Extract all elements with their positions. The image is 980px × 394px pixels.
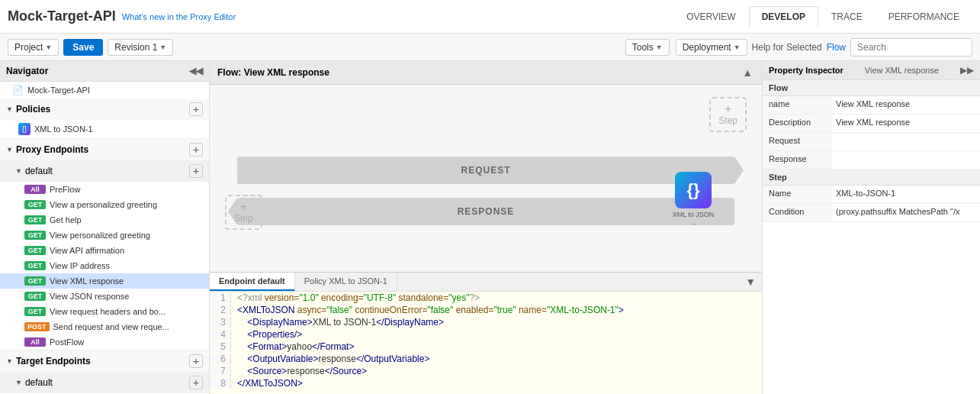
flow-up-btn[interactable]: ▲: [741, 65, 754, 80]
nav-item-affirmation[interactable]: GET View API affirmation: [0, 243, 209, 258]
request-arrow: REQUEST: [237, 157, 734, 184]
deployment-dropdown[interactable]: Deployment ▼: [676, 39, 747, 56]
line-num-8: 8: [210, 378, 231, 389]
target-default-label: default: [25, 377, 53, 388]
save-button[interactable]: Save: [63, 39, 103, 56]
navigator-collapse-btn[interactable]: ◀◀: [189, 66, 203, 76]
toolbar: Project ▼ Save Revision 1 ▼ Tools ▼ Depl…: [0, 34, 980, 61]
prop-val-step-name[interactable]: XML-to-JSON-1: [831, 186, 980, 203]
nav-tabs: OVERVIEW DEVELOP TRACE PERFORMANCE: [673, 6, 972, 27]
response-flow-row: RESPONSE: [237, 198, 734, 225]
target-endpoints-section: ▼ Target Endpoints + ▼ default + All Pre…: [0, 350, 209, 394]
add-proxy-endpoint-button[interactable]: +: [189, 143, 203, 157]
code-line-7: 7 <Source>response</Source>: [210, 365, 762, 377]
proxy-endpoints-header[interactable]: ▼ Proxy Endpoints +: [0, 139, 209, 160]
add-flow-button[interactable]: +: [189, 164, 203, 178]
step-label-left: Step: [234, 213, 253, 224]
revision-dropdown[interactable]: Revision 1 ▼: [108, 39, 173, 56]
xml-json-policy-icon: {}: [675, 172, 712, 208]
proxy-endpoints-triangle-icon: ▼: [6, 146, 13, 153]
xml-json-policy-label: XML to JSON ...: [670, 211, 716, 226]
search-input[interactable]: [850, 38, 972, 57]
prop-row-response: Response: [763, 151, 980, 170]
tools-dropdown[interactable]: Tools ▼: [625, 39, 670, 56]
method-badge-get-4: GET: [24, 246, 46, 255]
nav-api-item[interactable]: 📄 Mock-Target-API: [0, 82, 209, 98]
add-target-flow-button[interactable]: +: [189, 376, 203, 389]
policies-section: ▼ Policies + {} XML to JSON-1: [0, 98, 209, 139]
navigator-panel: Navigator ◀◀ 📄 Mock-Target-API ▼ Policie…: [0, 61, 210, 394]
nav-item-help[interactable]: GET Get help: [0, 212, 209, 228]
project-chevron-icon: ▼: [45, 44, 52, 51]
nav-item-ip[interactable]: GET View IP address: [0, 258, 209, 273]
line-num-5: 5: [210, 341, 231, 352]
prop-val-name[interactable]: View XML response: [831, 96, 980, 114]
target-endpoints-triangle-icon: ▼: [6, 357, 13, 365]
proxy-default-header[interactable]: ▼ default +: [0, 160, 209, 182]
whats-new-link[interactable]: What's new in the Proxy Editor: [122, 12, 236, 21]
prop-val-condition[interactable]: (proxy.pathsuffix MatchesPath "/x: [831, 204, 980, 221]
nav-item-post[interactable]: POST Send request and view reque...: [0, 319, 209, 334]
target-endpoints-header[interactable]: ▼ Target Endpoints +: [0, 350, 209, 372]
prop-row-step-name: Name XML-to-JSON-1: [763, 186, 980, 204]
prop-expand-btn[interactable]: ▶▶: [960, 65, 974, 76]
prop-flow-section: Flow: [763, 80, 980, 96]
toolbar-center: Tools ▼ Deployment ▼: [625, 39, 747, 56]
nav-item-greeting[interactable]: GET View a personalized greeting: [0, 197, 209, 212]
nav-policy-xml-json[interactable]: {} XML to JSON-1: [0, 120, 209, 138]
add-policy-button[interactable]: +: [189, 102, 203, 116]
nav-item-preflow[interactable]: All PreFlow: [0, 182, 209, 197]
step-box-top[interactable]: + Step: [709, 97, 747, 132]
tab-policy-xml-json[interactable]: Policy XML to JSON-1: [295, 273, 397, 291]
nav-api-label: Mock-Target-API: [27, 86, 90, 95]
policies-triangle-icon: ▼: [6, 105, 13, 113]
target-default-header[interactable]: ▼ default +: [0, 372, 209, 393]
nav-item-postflow[interactable]: All PostFlow: [0, 334, 209, 350]
prop-val-response[interactable]: [831, 151, 980, 169]
project-dropdown[interactable]: Project ▼: [8, 39, 59, 56]
method-badge-get: GET: [24, 200, 46, 209]
tab-trace[interactable]: TRACE: [818, 6, 876, 27]
step-plus-icon: +: [725, 103, 731, 115]
code-panel: Endpoint default Policy XML to JSON-1 ▼ …: [210, 272, 762, 394]
code-panel-down-btn[interactable]: ▼: [739, 276, 762, 288]
step-label-top: Step: [718, 115, 737, 126]
line-content-3: <DisplayName>XML to JSON-1</DisplayName>: [231, 317, 450, 328]
prop-val-request[interactable]: [831, 133, 980, 150]
tab-develop[interactable]: DEVELOP: [749, 6, 818, 27]
add-target-endpoint-button[interactable]: +: [189, 354, 203, 368]
deployment-chevron-icon: ▼: [734, 44, 741, 51]
line-content-2: <XMLToJSON async="false" continueOnError…: [231, 305, 630, 315]
nav-item-json-response[interactable]: GET View JSON response: [0, 289, 209, 304]
nav-item-headers[interactable]: GET View request headers and bo...: [0, 304, 209, 319]
flow-header: Flow: View XML response ▲: [210, 61, 762, 85]
method-badge-get-3: GET: [24, 231, 46, 240]
line-num-3: 3: [210, 317, 231, 328]
main-content: Navigator ◀◀ 📄 Mock-Target-API ▼ Policie…: [0, 61, 980, 394]
code-area[interactable]: 1 <?xml version="1.0" encoding="UTF-8" s…: [210, 292, 762, 394]
xml-json-policy-box[interactable]: {} XML to JSON ...: [670, 172, 716, 226]
policies-title: ▼ Policies: [6, 104, 50, 115]
line-num-1: 1: [210, 292, 231, 303]
proxy-endpoints-section: ▼ Proxy Endpoints + ▼ default + All PreF…: [0, 139, 209, 350]
tab-overview[interactable]: OVERVIEW: [673, 6, 748, 27]
line-num-2: 2: [210, 305, 231, 315]
tab-endpoint-default[interactable]: Endpoint default: [210, 273, 295, 291]
navigator-header: Navigator ◀◀: [0, 61, 209, 82]
method-badge-get-5: GET: [24, 261, 46, 270]
step-box-left[interactable]: + Step: [225, 195, 262, 230]
prop-val-description[interactable]: View XML response: [831, 115, 980, 132]
nav-item-xml-response[interactable]: GET View XML response: [0, 273, 209, 289]
flow-title: Flow: View XML response: [217, 67, 329, 78]
method-badge-all: All: [24, 185, 46, 194]
policies-header[interactable]: ▼ Policies +: [0, 98, 209, 120]
line-num-7: 7: [210, 366, 231, 376]
code-tabs: Endpoint default Policy XML to JSON-1 ▼: [210, 273, 762, 292]
prop-step-section: Step: [763, 170, 980, 186]
navigator-title: Navigator: [6, 66, 48, 76]
help-flow-link[interactable]: Flow: [827, 42, 846, 53]
line-content-5: <Format>yahoo</Format>: [231, 341, 360, 352]
policies-label: Policies: [16, 104, 50, 115]
nav-item-personalized[interactable]: GET View personalized greeting: [0, 228, 209, 243]
tab-performance[interactable]: PERFORMANCE: [876, 6, 972, 27]
